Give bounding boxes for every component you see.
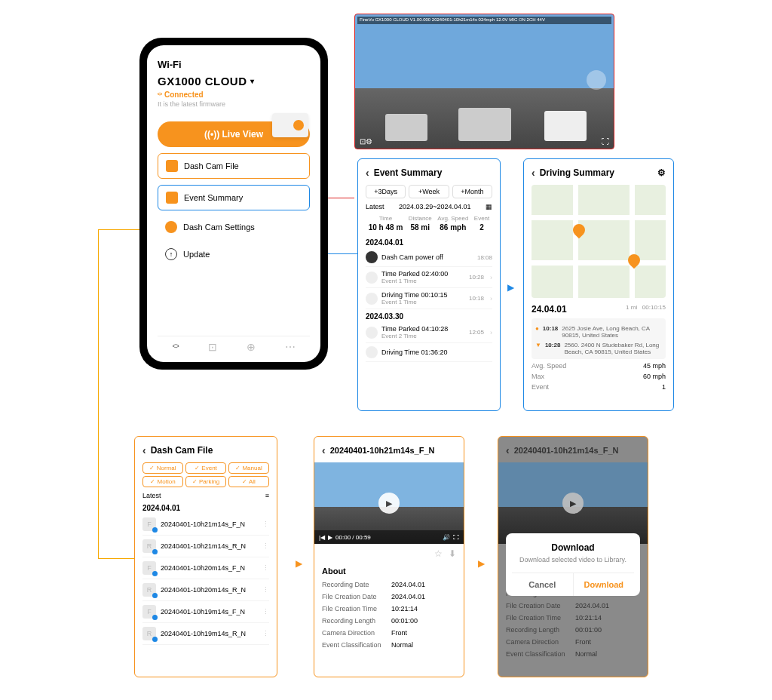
menu-update[interactable]: ↑Update [158,244,310,265]
panel-title: Dash Cam File [151,445,213,456]
osd-overlay: FineVu GX1000 CLOUD V1.00.000 20240401-1… [357,17,611,24]
more-icon[interactable]: ⋮ [262,564,269,572]
more-icon[interactable]: ⋮ [262,586,269,594]
more-icon[interactable]: ⋮ [262,630,269,637]
sort-icon[interactable]: ≡ [265,492,269,499]
settings-overlay-icon[interactable]: ⊡⚙ [360,137,372,146]
download-button[interactable]: Download [574,573,635,596]
file-row[interactable]: F 20240401-10h19m14s_F_N ⋮ [142,601,269,623]
device-name-dropdown[interactable]: GX1000 CLOUD▾ [158,75,310,88]
tab-cloud-icon[interactable]: ⊡ [208,341,217,353]
menu-event-summary[interactable]: Event Summary [158,185,310,210]
file-name: 20240401-10h20m14s_F_N [161,564,245,572]
cancel-button[interactable]: Cancel [512,573,574,596]
date-header: 2024.03.30 [366,312,492,321]
file-row[interactable]: R 20240401-10h20m14s_R_N ⋮ [142,579,269,601]
phone-screen: Wi-Fi GX1000 CLOUD▾ ⌔Connected It is the… [147,45,320,362]
upload-icon: ↑ [165,248,177,260]
more-icon[interactable]: ⋮ [262,520,269,528]
phone-frame: Wi-Fi GX1000 CLOUD▾ ⌔Connected It is the… [139,38,328,370]
file-row[interactable]: R 20240401-10h19m14s_R_N ⋮ [142,623,269,645]
range-selector: +3Days +Week +Month [366,185,492,198]
driving-summary-panel: ‹Driving Summary⚙ 24.04.01 1 mi 00:10:15… [523,158,674,411]
tab-add-icon[interactable]: ⊕ [247,341,256,353]
more-icon[interactable]: ⋮ [262,608,269,616]
detail-row: Event ClassificationNormal [506,648,640,660]
prev-icon[interactable]: |◀ [319,534,325,541]
back-icon[interactable]: ‹ [142,444,146,456]
file-row[interactable]: R 20240401-10h21m14s_R_N ⋮ [142,536,269,557]
file-name: 20240401-10h19m14s_R_N [161,630,246,637]
volume-icon[interactable]: 🔊 [443,534,450,541]
file-detail-panel: ‹20240401-10h21m14s_F_N ▶ |◀▶00:00 / 00:… [314,436,464,677]
filter-chip[interactable]: ✓ Normal [142,462,183,474]
detail-row: Camera DirectionFront [322,627,456,639]
event-row[interactable]: Driving Time 00:10:15Event 1 Time10:18› [366,288,492,309]
tab-more-icon[interactable]: ⋯ [285,341,296,353]
event-summary-panel: ‹Event Summary +3Days +Week +Month Lates… [357,158,501,411]
range-3days[interactable]: +3Days [366,185,406,198]
file-name: 20240401-10h21m14s_F_N [161,520,245,528]
calendar-icon[interactable]: ▦ [486,203,492,210]
detail-row: Event ClassificationNormal [322,639,456,651]
play-icon: ▶ [562,493,584,514]
file-thumb: F [142,517,156,531]
event-row[interactable]: Driving Time 01:36:20 [366,343,492,362]
filter-chip[interactable]: ✓ Parking [185,476,226,487]
range-week[interactable]: +Week [409,185,449,198]
filter-chip[interactable]: ✓ Event [185,462,226,474]
back-icon[interactable]: ‹ [506,444,510,456]
camera-switch-icon[interactable] [587,70,606,90]
settings-icon[interactable]: ⚙ [657,167,666,178]
detail-row: File Creation Date2024.04.01 [506,600,640,612]
file-row[interactable]: F 20240401-10h20m14s_F_N ⋮ [142,557,269,579]
play-icon[interactable]: ▶ [378,493,400,514]
filter-row: ✓ Normal ✓ Event ✓ Manual ✓ Motion ✓ Par… [142,462,269,487]
date-range[interactable]: 2024.03.29~2024.04.01 [399,203,470,210]
about-heading: About [322,566,456,576]
dialog-title: Download [512,542,634,553]
video-player: ▶ [498,462,648,544]
back-icon[interactable]: ‹ [322,444,326,456]
connection-status: ⌔Connected [158,91,310,99]
back-icon[interactable]: ‹ [366,167,369,179]
event-row[interactable]: Dash Cam power off18:08 [366,248,492,267]
detail-row: Camera DirectionFront [506,636,640,648]
range-month[interactable]: +Month [452,185,492,198]
star-icon[interactable]: ☆ [434,548,443,559]
filter-chip[interactable]: ✓ Manual [228,462,269,474]
map[interactable] [532,185,666,298]
menu-dashcam-file[interactable]: Dash Cam File [158,153,310,179]
file-thumb: R [142,539,156,553]
gear-icon [165,221,177,233]
download-icon[interactable]: ⬇ [449,548,456,559]
event-row[interactable]: Time Parked 04:10:28Event 2 Time12:05› [366,322,492,343]
fullscreen-icon[interactable]: ⛶ [453,534,459,541]
filter-chip[interactable]: ✓ All [228,476,269,487]
panel-title: Event Summary [374,167,443,178]
video-player[interactable]: ▶ |◀▶00:00 / 00:59🔊⛶ [314,462,464,544]
file-title: 20240401-10h21m14s_F_N [514,446,619,455]
play-small-icon[interactable]: ▶ [328,534,332,541]
file-row[interactable]: F 20240401-10h21m14s_F_N ⋮ [142,514,269,536]
stat-row: Max60 mph [532,373,666,380]
wifi-label: Wi-Fi [158,59,310,70]
location-row: ▼10:282560. 2400 N Studebaker Rd, Long B… [535,342,662,355]
dialog-message: Download selected video to Library. [512,556,634,563]
fullscreen-icon[interactable]: ⛶ [602,137,609,146]
stat-row: Avg. Speed45 mph [532,362,666,370]
live-view-preview: FineVu GX1000 CLOUD V1.00.000 20240401-1… [354,14,614,149]
back-icon[interactable]: ‹ [532,167,535,179]
detail-row: Recording Date2024.04.01 [322,579,456,591]
menu-settings[interactable]: Dash Cam Settings [158,216,310,238]
filter-chip[interactable]: ✓ Motion [142,476,183,487]
chevron-down-icon: ▾ [250,77,255,85]
more-icon[interactable]: ⋮ [262,542,269,550]
event-icon [166,192,178,204]
dashcam-file-panel: ‹Dash Cam File ✓ Normal ✓ Event ✓ Manual… [134,436,277,677]
stats-row: Time10 h 48 m Distance58 mi Avg. Speed86… [366,215,492,232]
panel-title: Driving Summary [540,167,614,178]
tab-wifi-icon[interactable]: ⌔ [173,341,179,353]
event-row[interactable]: Time Parked 02:40:00Event 1 Time10:28› [366,267,492,288]
file-name: 20240401-10h20m14s_R_N [161,586,246,594]
